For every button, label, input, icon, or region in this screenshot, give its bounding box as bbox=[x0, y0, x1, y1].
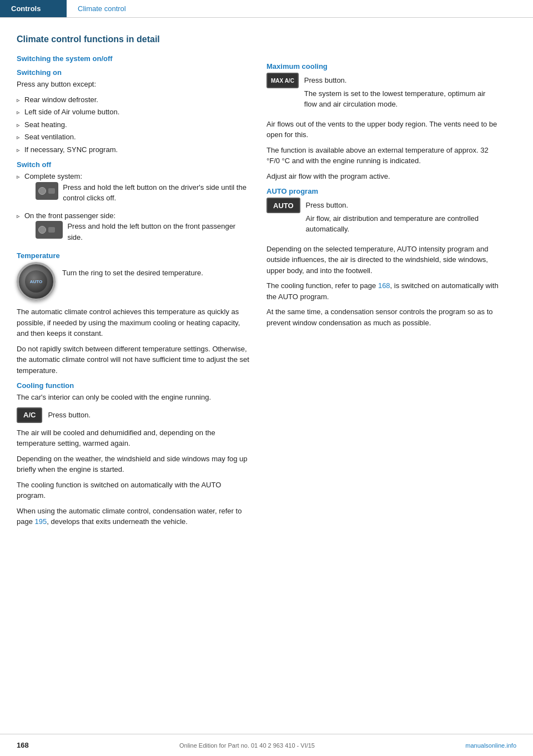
auto-body3: The cooling function, refer to page 168,… bbox=[266, 280, 500, 302]
auto-body4: At the same time, a condensation sensor … bbox=[266, 306, 500, 328]
temp-knob-inner: AUTO bbox=[25, 270, 47, 293]
bullet-arrow-icon: ▹ bbox=[17, 120, 20, 130]
bullet-arrow-icon: ▹ bbox=[17, 133, 20, 142]
cooling-page-ref-link[interactable]: 195 bbox=[35, 517, 47, 526]
driver-control-button-image bbox=[36, 182, 58, 200]
cooling-intro: The car's interior can only be cooled wi… bbox=[17, 392, 250, 403]
max-ac-button-row: MAX A/C Press button. The system is set … bbox=[266, 73, 500, 114]
list-item: ▹ Seat ventilation. bbox=[17, 132, 250, 143]
ctrl-dot-icon bbox=[38, 187, 46, 195]
bullet-arrow-icon: ▹ bbox=[17, 145, 20, 155]
bullet-arrow-icon: ▹ bbox=[17, 211, 20, 221]
list-item-text: Rear window defroster. bbox=[24, 94, 98, 105]
page-header: Controls Climate control bbox=[0, 0, 533, 18]
temperature-knob-image: AUTO bbox=[17, 262, 56, 301]
bullet-arrow-icon: ▹ bbox=[17, 108, 20, 117]
auto-button-row: AUTO Press button. Air flow, air distrib… bbox=[266, 198, 500, 239]
max-ac-body3: The function is available above an exter… bbox=[266, 145, 500, 167]
cooling-press: Press button. bbox=[48, 407, 90, 421]
main-content: Climate control functions in detail Swit… bbox=[0, 18, 533, 565]
sub-heading-temperature: Temperature bbox=[17, 251, 250, 260]
footer-center-text: Online Edition for Part no. 01 40 2 963 … bbox=[179, 742, 315, 749]
list-item: ▹ Left side of Air volume button. bbox=[17, 107, 250, 118]
auto-page-ref-link[interactable]: 168 bbox=[378, 281, 390, 290]
sub-heading-auto: AUTO program bbox=[266, 187, 500, 195]
sub-heading-switch-off: Switch off bbox=[17, 160, 250, 169]
max-ac-body1: The system is set to the lowest temperat… bbox=[304, 88, 500, 110]
passenger-side-block: On the front passenger side: Press and h… bbox=[24, 210, 250, 246]
sub-heading-max-cooling: Maximum cooling bbox=[266, 62, 500, 70]
controls-label: Controls bbox=[11, 4, 41, 13]
auto-body2: Depending on the selected temperature, A… bbox=[266, 244, 500, 276]
passenger-button-row: Press and hold the left button on the fr… bbox=[36, 221, 250, 243]
list-item-text: Seat ventilation. bbox=[24, 132, 76, 143]
page-footer: 168 Online Edition for Part no. 01 40 2 … bbox=[0, 734, 533, 756]
list-item: ▹ Seat heating. bbox=[17, 119, 250, 130]
cooling-body3: The cooling function is switched on auto… bbox=[17, 480, 250, 501]
auto-body1: Air flow, air distribution and temperatu… bbox=[306, 213, 500, 235]
switching-on-intro: Press any button except: bbox=[17, 79, 250, 90]
auto-button: AUTO bbox=[266, 198, 300, 213]
complete-system-button-row: Press and hold the left button on the dr… bbox=[36, 182, 250, 204]
sub-heading-cooling: Cooling function bbox=[17, 381, 250, 390]
list-item-text: If necessary, SYNC program. bbox=[24, 144, 118, 155]
page-number: 168 bbox=[17, 741, 29, 749]
cooling-body4: When using the automatic climate control… bbox=[17, 506, 250, 527]
switching-on-bullet-list: ▹ Rear window defroster. ▹ Left side of … bbox=[17, 94, 250, 155]
cooling-body4-cont: , develops that exits underneath the veh… bbox=[47, 517, 188, 526]
section-heading-switching: Switching the system on/off bbox=[17, 54, 250, 63]
list-item-passenger: ▹ On the front passenger side: Press and… bbox=[17, 210, 250, 246]
max-ac-body4: Adjust air flow with the program active. bbox=[266, 171, 500, 182]
passenger-control-button-image bbox=[36, 221, 63, 239]
cooling-body2: Depending on the weather, the windshield… bbox=[17, 453, 250, 475]
temperature-image-row: AUTO Turn the ring to set the desired te… bbox=[17, 262, 250, 301]
ctrl-rect-icon bbox=[48, 227, 55, 233]
header-controls-tab[interactable]: Controls bbox=[0, 0, 67, 17]
climate-label: Climate control bbox=[78, 4, 126, 13]
header-climate-tab[interactable]: Climate control bbox=[67, 0, 533, 17]
auto-press-block: Press button. Air flow, air distribution… bbox=[306, 198, 500, 239]
auto-press: Press button. bbox=[306, 200, 500, 211]
page-title: Climate control functions in detail bbox=[17, 34, 250, 44]
max-ac-button: MAX A/C bbox=[266, 73, 299, 88]
auto-body3-pre: The cooling function, refer to page bbox=[266, 281, 378, 290]
cooling-body1: The air will be cooled and dehumidified … bbox=[17, 427, 250, 449]
temperature-body2: Do not rapidly switch between different … bbox=[17, 344, 250, 376]
complete-system-block: Complete system: Press and hold the left… bbox=[24, 171, 250, 207]
temperature-instruction: Turn the ring to set the desired tempera… bbox=[62, 262, 203, 279]
ctrl-dot-icon bbox=[38, 226, 46, 234]
footer-logo-text: manualsonline.info bbox=[465, 742, 516, 749]
switch-off-list: ▹ Complete system: Press and hold the le… bbox=[17, 171, 250, 246]
max-ac-body2: Air flows out of the vents to the upper … bbox=[266, 119, 500, 140]
complete-system-text: Press and hold the left button on the dr… bbox=[63, 182, 250, 204]
cooling-button-row: A/C Press button. bbox=[17, 407, 250, 423]
passenger-label: On the front passenger side: bbox=[24, 210, 250, 221]
passenger-text: Press and hold the left button on the fr… bbox=[67, 221, 250, 243]
list-item-text: Seat heating. bbox=[24, 119, 67, 130]
ac-button: A/C bbox=[17, 407, 42, 423]
list-item-text: Left side of Air volume button. bbox=[24, 107, 119, 118]
complete-system-label: Complete system: bbox=[24, 171, 250, 182]
list-item-complete: ▹ Complete system: Press and hold the le… bbox=[17, 171, 250, 207]
temperature-body1: The automatic climate control achieves t… bbox=[17, 306, 250, 339]
bullet-arrow-icon: ▹ bbox=[17, 172, 20, 182]
list-item: ▹ If necessary, SYNC program. bbox=[17, 144, 250, 155]
max-ac-press: Press button. bbox=[304, 75, 500, 86]
sub-heading-switching-on: Switching on bbox=[17, 68, 250, 77]
list-item: ▹ Rear window defroster. bbox=[17, 94, 250, 105]
ctrl-rect-icon bbox=[48, 188, 55, 194]
left-column: Climate control functions in detail Swit… bbox=[17, 29, 250, 532]
max-ac-press-text: Press button. The system is set to the l… bbox=[304, 73, 500, 114]
bullet-arrow-icon: ▹ bbox=[17, 95, 20, 105]
right-column: Maximum cooling MAX A/C Press button. Th… bbox=[266, 29, 500, 532]
